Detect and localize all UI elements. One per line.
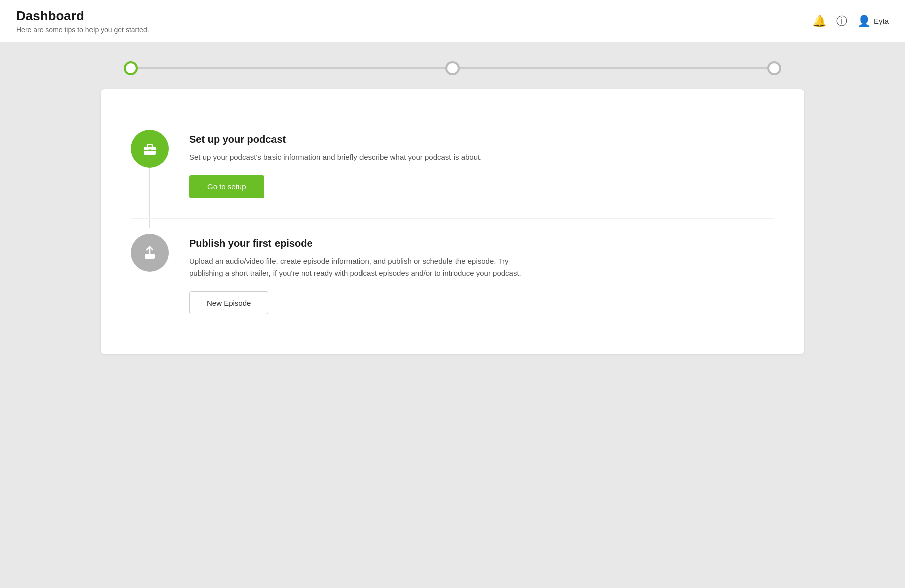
new-episode-button[interactable]: New Episode	[189, 291, 268, 314]
step-publish: Publish your first episode Upload an aud…	[131, 218, 774, 329]
step-setup: Set up your podcast Set up your podcast'…	[131, 115, 774, 213]
step-publish-title: Publish your first episode	[189, 238, 774, 249]
briefcase-icon	[141, 140, 159, 158]
go-to-setup-button[interactable]: Go to setup	[189, 175, 264, 198]
user-name: Eyta	[874, 17, 889, 25]
main-content: Set up your podcast Set up your podcast'…	[0, 42, 905, 379]
step-publish-content: Publish your first episode Upload an aud…	[189, 234, 774, 314]
user-menu[interactable]: 👤 Eyta	[857, 15, 889, 28]
user-avatar-icon: 👤	[857, 15, 871, 28]
page-subtitle: Here are some tips to help you get start…	[16, 26, 149, 34]
help-icon[interactable]: ⓘ	[836, 14, 847, 29]
step-setup-desc: Set up your podcast's basic information …	[189, 151, 541, 163]
steps-card: Set up your podcast Set up your podcast'…	[101, 89, 804, 354]
progress-bar	[101, 67, 804, 69]
step-publish-icon-wrapper	[131, 234, 169, 272]
header: Dashboard Here are some tips to help you…	[0, 0, 905, 42]
step-publish-desc: Upload an audio/video file, create episo…	[189, 255, 541, 279]
progress-dot-3	[767, 61, 781, 75]
step-setup-icon-wrapper	[131, 130, 169, 168]
progress-dot-1	[124, 61, 138, 75]
notifications-icon[interactable]: 🔔	[812, 15, 826, 28]
step-setup-title: Set up your podcast	[189, 134, 774, 145]
page-title: Dashboard	[16, 8, 149, 24]
progress-track	[131, 67, 774, 69]
header-right: 🔔 ⓘ 👤 Eyta	[812, 14, 889, 29]
upload-icon	[141, 244, 159, 262]
header-left: Dashboard Here are some tips to help you…	[16, 8, 149, 34]
svg-rect-2	[148, 150, 151, 151]
progress-dot-2	[445, 61, 460, 75]
step-setup-content: Set up your podcast Set up your podcast'…	[189, 130, 774, 198]
